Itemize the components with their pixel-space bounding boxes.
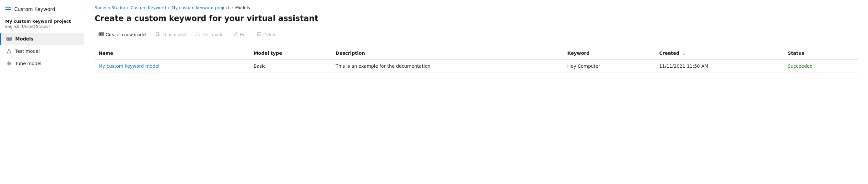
svg-rect-24 bbox=[258, 33, 261, 36]
main-content: Speech Studio › Custom Keyword › My cust… bbox=[84, 0, 868, 184]
svg-point-9 bbox=[8, 62, 9, 63]
edit-button[interactable]: Edit bbox=[229, 30, 251, 39]
table-header: Name Model type Description Keyword Crea… bbox=[95, 47, 858, 59]
project-locale: English (United States) bbox=[0, 24, 84, 33]
col-name: Name bbox=[95, 47, 250, 59]
create-model-icon bbox=[98, 31, 104, 38]
sidebar-nav: Models Test model bbox=[0, 33, 84, 70]
sidebar-item-models[interactable]: Models bbox=[0, 33, 84, 45]
tune-model-icon bbox=[155, 31, 160, 38]
delete-label: Delete bbox=[264, 32, 277, 37]
project-name: My custom keyword project bbox=[0, 15, 84, 24]
col-model-type: Model type bbox=[250, 47, 332, 59]
breadcrumb: Speech Studio › Custom Keyword › My cust… bbox=[95, 0, 858, 14]
breadcrumb-custom-keyword[interactable]: Custom Keyword bbox=[131, 5, 166, 10]
model-name-link[interactable]: My custom keyword model bbox=[98, 63, 159, 69]
test-model-icon bbox=[195, 31, 200, 38]
breadcrumb-sep-3: › bbox=[231, 5, 233, 10]
sidebar-title: Custom Keyword bbox=[14, 6, 55, 12]
svg-point-11 bbox=[8, 64, 9, 65]
cell-status: Succeeded bbox=[784, 59, 858, 73]
sidebar-item-test-model[interactable]: Test model bbox=[0, 45, 84, 57]
breadcrumb-project[interactable]: My custom keyword project bbox=[172, 5, 229, 10]
test-icon bbox=[6, 48, 12, 54]
edit-label: Edit bbox=[240, 32, 248, 37]
cell-keyword: Hey Computer bbox=[563, 59, 655, 73]
cell-name: My custom keyword model bbox=[95, 59, 250, 73]
table-row: My custom keyword model Basic This is an… bbox=[95, 59, 858, 73]
models-table: Name Model type Description Keyword Crea… bbox=[95, 47, 858, 73]
sidebar: Custom Keyword My custom keyword project… bbox=[0, 0, 84, 184]
col-created[interactable]: Created ↓ bbox=[655, 47, 784, 59]
create-new-model-button[interactable]: Create a new model bbox=[95, 29, 150, 39]
sidebar-item-models-label: Models bbox=[15, 36, 33, 41]
breadcrumb-sep-1: › bbox=[127, 5, 128, 10]
create-new-model-label: Create a new model bbox=[106, 32, 146, 37]
svg-point-10 bbox=[9, 63, 10, 64]
col-status: Status bbox=[784, 47, 858, 59]
cell-description: This is an example for the documentation bbox=[332, 59, 564, 73]
col-description: Description bbox=[332, 47, 564, 59]
sidebar-item-tune-model[interactable]: Tune model bbox=[0, 57, 84, 70]
sidebar-header: Custom Keyword bbox=[0, 3, 84, 15]
breadcrumb-sep-2: › bbox=[168, 5, 169, 10]
sidebar-item-test-model-label: Test model bbox=[15, 49, 40, 54]
test-model-button[interactable]: Test model bbox=[191, 29, 228, 39]
breadcrumb-speech-studio[interactable]: Speech Studio bbox=[95, 5, 125, 10]
svg-point-13 bbox=[99, 33, 101, 35]
tune-model-label: Tune model bbox=[162, 32, 186, 37]
model-icon bbox=[6, 36, 12, 42]
breadcrumb-models: Models bbox=[235, 5, 250, 10]
svg-point-22 bbox=[157, 35, 158, 36]
toolbar: Create a new model Tune model bbox=[95, 29, 858, 42]
sidebar-item-tune-model-label: Tune model bbox=[15, 61, 41, 66]
tune-model-button[interactable]: Tune model bbox=[151, 29, 190, 39]
created-sort-icon: ↓ bbox=[682, 51, 685, 56]
svg-point-21 bbox=[158, 34, 159, 35]
svg-point-1 bbox=[7, 38, 9, 39]
tune-icon bbox=[6, 61, 12, 66]
test-model-label: Test model bbox=[203, 32, 225, 37]
status-badge: Succeeded bbox=[787, 63, 813, 69]
hamburger-icon[interactable] bbox=[5, 7, 11, 11]
delete-button[interactable]: Delete bbox=[253, 30, 280, 39]
svg-point-20 bbox=[157, 32, 158, 33]
delete-icon bbox=[257, 32, 261, 37]
cell-model-type: Basic bbox=[250, 59, 332, 73]
col-keyword: Keyword bbox=[563, 47, 655, 59]
table-body: My custom keyword model Basic This is an… bbox=[95, 59, 858, 73]
edit-icon bbox=[234, 32, 238, 37]
page-title: Create a custom keyword for your virtual… bbox=[95, 14, 858, 23]
cell-created: 11/11/2021 11:50 AM bbox=[655, 59, 784, 73]
